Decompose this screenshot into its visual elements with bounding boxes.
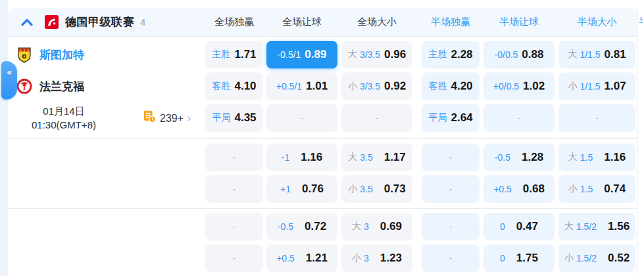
odds-cell[interactable]: 客胜4.20 (422, 72, 480, 100)
odds-cell[interactable]: 平局4.35 (205, 104, 263, 132)
odds-label: 主胜 (428, 49, 447, 61)
odds-label: 1.5 (580, 152, 593, 163)
odds-value: 1.17 (384, 151, 406, 164)
odds-value: 4.35 (234, 111, 256, 124)
odds-prefix: 小 (568, 183, 578, 195)
chevron-right-icon: › (187, 111, 191, 124)
odds-cell[interactable]: 大3/3.50.96 (341, 41, 412, 69)
odds-cell[interactable]: 主胜1.71 (205, 41, 263, 69)
odds-value: 0.73 (384, 182, 406, 196)
odds-cell[interactable]: 小1.50.74 (558, 175, 635, 203)
odds-value: 4.10 (234, 80, 256, 93)
odds-cell-empty: - (422, 244, 480, 272)
odds-cell[interactable]: 大1.5/21.56 (558, 213, 635, 240)
odds-cell[interactable]: 大1/1.50.81 (558, 41, 635, 69)
match-odds-card: 德国甲级联赛 4 全场独赢 全场让球 全场大小 半场独赢 半场让球 半场大小 (8, 8, 637, 276)
home-team-row[interactable]: 斯图加特 (8, 41, 205, 69)
odds-cell[interactable]: +0.5/11.01 (266, 72, 337, 100)
odds-cell[interactable]: -11.16 (266, 144, 337, 171)
odds-label: +0.5 (493, 184, 512, 194)
bundesliga-logo-icon (45, 15, 59, 29)
chevron-up-icon[interactable] (21, 18, 33, 26)
odds-label: +0.5 (276, 253, 295, 263)
odds-cell[interactable]: 小31.23 (341, 244, 412, 272)
odds-value: 0.89 (305, 48, 326, 61)
match-info-pane: 斯图加特 法兰克福 01月14日 01:30(GMT+8) (8, 37, 205, 132)
odds-cell[interactable]: 主胜2.28 (422, 41, 480, 69)
odds-cell[interactable]: 小1.5/20.52 (558, 244, 635, 272)
odds-cell[interactable]: 01.75 (483, 244, 555, 272)
odds-prefix: 大 (564, 221, 574, 233)
odds-value: 0.52 (608, 252, 630, 265)
odds-label: 1.5/2 (576, 221, 597, 232)
odds-value: 0.76 (302, 182, 324, 196)
odds-label: 1/1.5 (580, 81, 600, 92)
odds-cell-empty: - (341, 104, 412, 132)
odds-prefix: 大 (568, 49, 577, 61)
cut-off-column-label: 半 (639, 16, 643, 28)
odds-cell[interactable]: 00.47 (483, 213, 555, 240)
odds-value: 0.88 (522, 48, 543, 61)
column-header-half-handicap: 半场让球 (483, 16, 555, 28)
odds-count-icon (143, 110, 157, 126)
odds-cell-empty: - (205, 244, 263, 272)
odds-label: -0.5 (495, 152, 510, 163)
odds-prefix: 小 (348, 183, 357, 195)
odds-label: 0 (500, 253, 505, 263)
odds-cell[interactable]: -0.5/10.89 (266, 41, 337, 69)
match-meta-row: 01月14日 01:30(GMT+8) 239+ (8, 104, 205, 132)
home-team-logo (16, 46, 33, 63)
odds-prefix: 小 (352, 252, 361, 264)
odds-label: 平局 (428, 112, 447, 124)
odds-value: 0.47 (516, 220, 538, 233)
odds-value: 0.92 (384, 80, 406, 93)
odds-label: 1.5/2 (576, 253, 597, 263)
odds-label: 1.5 (580, 184, 593, 194)
odds-row: -+0.51.21小31.23-01.75小1.5/20.52 (205, 244, 637, 272)
odds-cell[interactable]: -0.51.28 (483, 144, 555, 171)
more-odds-button[interactable]: 239+ › (143, 110, 191, 126)
odds-value: 0.81 (605, 48, 626, 61)
collapse-panel-tab[interactable]: « (1, 61, 17, 99)
odds-cell[interactable]: 小3.50.73 (341, 175, 412, 203)
kickoff-time: 01:30(GMT+8) (16, 118, 112, 132)
odds-cell[interactable]: +0.51.21 (266, 244, 337, 272)
away-team-row[interactable]: 法兰克福 (8, 72, 205, 100)
odds-cell[interactable]: +0/0.51.02 (483, 72, 555, 100)
home-team-name: 斯图加特 (39, 47, 84, 63)
odds-cell[interactable]: 客胜4.10 (205, 72, 263, 100)
odds-cell[interactable]: 平局2.64 (422, 104, 480, 132)
odds-label: -0.5 (278, 221, 293, 232)
odds-row: --11.16大3.51.17--0.51.28大1.51.16 (205, 144, 637, 171)
odds-cell-empty: - (422, 175, 480, 203)
odds-prefix: 小 (348, 80, 357, 92)
more-odds-count: 239+ (160, 112, 184, 124)
odds-cell[interactable]: 大30.69 (341, 213, 412, 240)
column-header-full-handicap: 全场让球 (266, 16, 337, 28)
league-header-left[interactable]: 德国甲级联赛 4 (8, 14, 205, 30)
odds-label: 客胜 (428, 80, 447, 92)
odds-section-main: 斯图加特 法兰克福 01月14日 01:30(GMT+8) (8, 37, 637, 139)
odds-value: 1.28 (522, 151, 543, 164)
odds-value: 1.23 (380, 252, 402, 265)
odds-section-alt-line-1: --11.16大3.51.17--0.51.28大1.51.16-+10.76小… (8, 139, 637, 209)
odds-row: 客胜4.10+0.5/11.01小3/3.50.92客胜4.20+0/0.51.… (205, 72, 637, 100)
odds-cell[interactable]: -0.50.72 (266, 213, 337, 240)
odds-label: 平局 (212, 112, 230, 124)
odds-section-alt-line-2: --0.50.72大30.69-00.47大1.5/21.56-+0.51.21… (8, 209, 637, 275)
odds-label: 1/1.5 (580, 49, 600, 60)
odds-value: 1.75 (516, 252, 538, 265)
odds-cell[interactable]: 大3.51.17 (341, 144, 412, 171)
odds-cell[interactable]: 大1.51.16 (558, 144, 635, 171)
odds-cell[interactable]: +10.76 (266, 175, 337, 203)
odds-cell[interactable]: -0/0.50.88 (483, 41, 555, 69)
league-name: 德国甲级联赛 (65, 14, 134, 30)
odds-cell-empty: - (558, 104, 635, 132)
cut-off-next-column: 半 (638, 8, 644, 37)
odds-value: 0.72 (305, 220, 326, 233)
odds-prefix: 小 (568, 80, 577, 92)
odds-cell[interactable]: 小3/3.50.92 (341, 72, 412, 100)
odds-cell[interactable]: +0.50.68 (483, 175, 555, 203)
odds-cell[interactable]: 小1/1.51.07 (558, 72, 635, 100)
odds-label: +1 (280, 184, 291, 194)
